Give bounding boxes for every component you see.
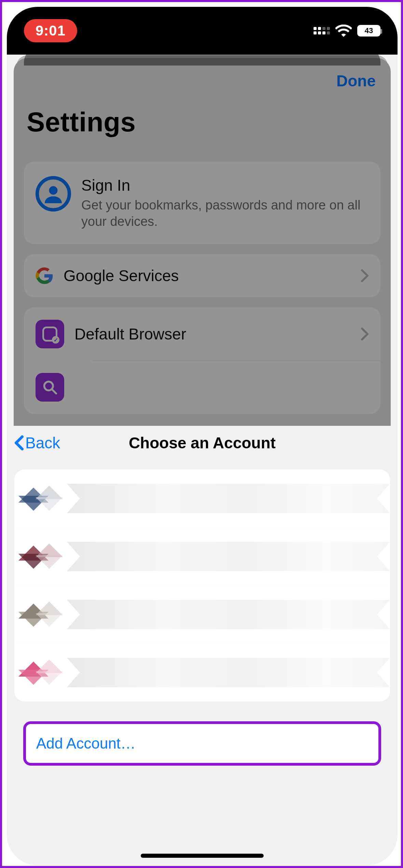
default-browser-label: Default Browser — [74, 325, 186, 343]
status-right: 43 — [314, 25, 380, 37]
search-engine-row[interactable] — [24, 361, 380, 414]
account-row-redacted[interactable] — [14, 527, 390, 585]
cellular-signal-icon — [314, 27, 330, 34]
account-row-redacted[interactable] — [14, 643, 390, 701]
phone-screen: 9:01 43 Done Settings — [7, 7, 398, 865]
done-button[interactable]: Done — [336, 72, 376, 90]
wifi-icon — [335, 25, 352, 37]
battery-percent: 43 — [365, 26, 373, 35]
accounts-list — [14, 469, 390, 701]
chevron-right-icon — [361, 327, 369, 341]
google-icon — [36, 267, 53, 285]
google-services-row[interactable]: Google Services — [24, 254, 380, 297]
back-label: Back — [25, 434, 60, 452]
google-services-label: Google Services — [64, 266, 179, 285]
svg-point-0 — [49, 186, 58, 195]
sign-in-card[interactable]: Sign In Get your bookmarks, passwords an… — [24, 162, 380, 244]
status-time: 9:01 — [36, 23, 66, 39]
settings-title: Settings — [20, 96, 384, 151]
sign-in-subtitle: Get your bookmarks, passwords and more o… — [81, 197, 369, 230]
status-bar: 9:01 43 — [7, 7, 398, 55]
avatar-icon — [36, 176, 71, 212]
account-row-redacted[interactable] — [14, 585, 390, 643]
account-chooser-sheet: Back Choose an Account — [7, 426, 398, 865]
sign-in-title: Sign In — [81, 176, 369, 194]
browser-card: ✓ Default Browser — [24, 307, 380, 414]
default-browser-icon: ✓ — [36, 320, 64, 348]
annotated-frame: 9:01 43 Done Settings — [0, 0, 403, 868]
default-browser-row[interactable]: ✓ Default Browser — [24, 307, 380, 361]
home-indicator[interactable] — [141, 854, 264, 858]
battery-icon: 43 — [357, 25, 380, 37]
google-services-card: Google Services — [24, 254, 380, 297]
chooser-title: Choose an Account — [7, 434, 398, 452]
add-account-label: Add Account… — [36, 735, 136, 752]
add-account-button[interactable]: Add Account… — [23, 721, 381, 766]
recording-time-pill: 9:01 — [24, 19, 77, 42]
back-button[interactable]: Back — [7, 434, 60, 452]
sheet-nav-bar: Back Choose an Account — [7, 426, 398, 460]
svg-line-2 — [52, 389, 56, 394]
chevron-right-icon — [361, 269, 369, 283]
account-row-redacted[interactable] — [14, 469, 390, 527]
search-engine-icon — [36, 373, 64, 402]
